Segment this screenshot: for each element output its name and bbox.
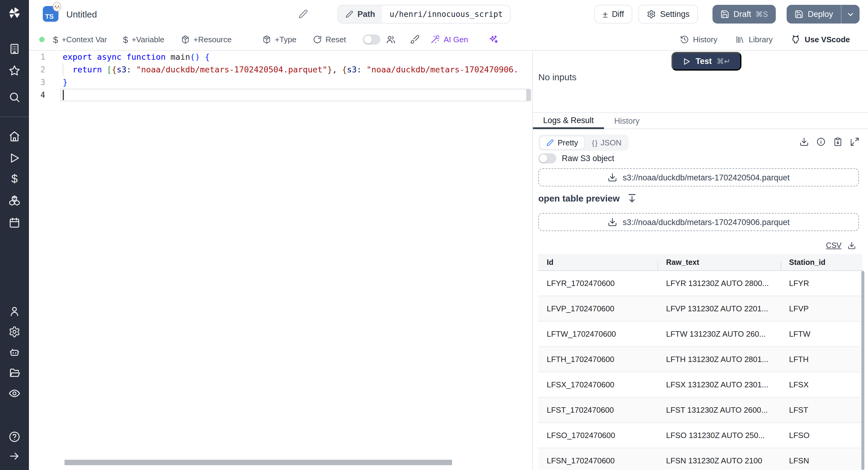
tab-logs-result[interactable]: Logs & Result xyxy=(533,113,604,129)
table-row[interactable]: LFSX_1702470600LFSX 131230Z AUTO 2301...… xyxy=(538,372,863,398)
workers-robot-icon[interactable] xyxy=(8,346,21,358)
info-icon[interactable] xyxy=(816,137,826,147)
table-cell: LFST 131230Z AUTO 2600... xyxy=(658,406,781,414)
table-row[interactable]: LFSN_1702470600LFSN 131230Z AUTO 2100LFS… xyxy=(538,448,863,470)
pretty-view-button[interactable]: Pretty xyxy=(539,136,585,150)
result-tabs: Logs & Result History xyxy=(533,113,868,129)
vscode-cat-icon xyxy=(791,34,801,44)
csv-download-icon[interactable] xyxy=(847,241,856,250)
deploy-dropdown-button[interactable] xyxy=(841,5,860,24)
table-cell: LFVP 131230Z AUTO 2201... xyxy=(658,304,781,313)
table-cell: LFSX xyxy=(781,380,863,389)
add-context-var-button[interactable]: $ +Context Var xyxy=(53,28,107,50)
ai-gen-button[interactable]: AI Gen xyxy=(430,28,468,50)
table-body: LFYR_1702470600LFYR 131230Z AUTO 2800...… xyxy=(538,270,863,470)
variables-dollar-icon[interactable]: $ xyxy=(8,173,21,185)
collab-toggle[interactable] xyxy=(363,34,380,45)
table-row[interactable]: LFST_1702470600LFST 131230Z AUTO 2600...… xyxy=(538,398,863,423)
open-table-preview-link[interactable]: open table preview xyxy=(538,193,637,203)
folders-icon[interactable] xyxy=(8,367,21,379)
code-line[interactable] xyxy=(63,89,518,101)
line-number-gutter: 1234 xyxy=(29,51,53,101)
table-header: Id Raw_text Station_id xyxy=(538,254,863,270)
use-vscode-button[interactable]: Use VScode xyxy=(791,34,850,44)
raw-s3-toggle[interactable] xyxy=(538,153,556,164)
editor-toolbar: $ +Context Var $ +Variable +Resource +Ty… xyxy=(29,28,868,51)
diff-button[interactable]: ± Diff xyxy=(594,5,632,24)
result-actions xyxy=(799,137,860,147)
result-view-switch: Pretty { } JSON xyxy=(538,135,629,151)
deploy-button[interactable]: Deploy xyxy=(786,5,841,24)
csv-link[interactable]: CSV xyxy=(826,241,841,250)
typescript-file-badge: TS xyxy=(43,6,59,22)
status-dot xyxy=(39,37,44,42)
raw-s3-label: Raw S3 object xyxy=(562,154,614,163)
table-cell: LFSO xyxy=(781,431,863,440)
s3-file-download-button-2[interactable]: s3://noaa/duckdb/metars-1702470906.parqu… xyxy=(538,213,859,231)
json-view-button[interactable]: { } JSON xyxy=(586,136,627,150)
help-icon[interactable] xyxy=(8,431,21,443)
home-icon[interactable] xyxy=(8,130,21,142)
reset-button[interactable]: Reset xyxy=(313,28,346,50)
script-path-field[interactable]: Path u/henri/innocuous_script xyxy=(338,5,510,24)
page-title: Untitled xyxy=(66,9,97,19)
editor-horizontal-scrollbar[interactable] xyxy=(64,460,452,465)
download-result-icon[interactable] xyxy=(799,137,809,147)
add-type-button[interactable]: +Type xyxy=(262,28,297,50)
table-vertical-scrollbar[interactable] xyxy=(861,271,864,470)
format-brush-icon[interactable] xyxy=(410,28,420,50)
collab-users-icon[interactable] xyxy=(386,28,396,50)
add-resource-button[interactable]: +Resource xyxy=(181,28,231,50)
deploy-split-button: Deploy xyxy=(786,5,860,24)
code-line[interactable]: return [{s3: "noaa/duckdb/metars-1702420… xyxy=(63,63,518,76)
expand-arrow-icon[interactable] xyxy=(8,450,21,462)
settings-gear-icon[interactable] xyxy=(8,326,21,338)
ai-sparkles-icon[interactable] xyxy=(488,28,498,50)
test-button[interactable]: Test ⌘↵ xyxy=(672,52,741,70)
pen-line-icon xyxy=(546,139,554,147)
table-row[interactable]: LFVP_1702470600LFVP 131230Z AUTO 2201...… xyxy=(538,296,863,322)
tab-history[interactable]: History xyxy=(604,113,650,129)
library-button[interactable]: Library xyxy=(735,35,773,44)
table-cell: LFTH 131230Z AUTO 2801... xyxy=(658,355,781,364)
table-cell: LFTW xyxy=(781,329,863,339)
edit-summary-pencil-icon[interactable] xyxy=(299,9,308,19)
runs-play-icon[interactable] xyxy=(8,152,21,164)
test-shortcut: ⌘↵ xyxy=(717,57,731,66)
expand-icon[interactable] xyxy=(850,137,860,147)
table-row[interactable]: LFYR_1702470600LFYR 131230Z AUTO 2800...… xyxy=(538,271,863,296)
windmill-logo-icon[interactable] xyxy=(7,6,22,21)
table-cell: LFTW_1702470600 xyxy=(538,329,658,339)
column-header-station-id: Station_id xyxy=(781,258,863,266)
code-line[interactable]: } xyxy=(63,76,518,89)
history-button[interactable]: History xyxy=(680,35,717,44)
table-cell: LFSO 131230Z AUTO 250... xyxy=(658,431,781,440)
settings-button[interactable]: Settings xyxy=(638,5,698,24)
overview-ruler-marker xyxy=(526,89,531,101)
table-cell: LFSX_1702470600 xyxy=(538,380,658,389)
table-row[interactable]: LFTW_1702470600LFTW 131230Z AUTO 260...L… xyxy=(538,322,863,347)
download-icon xyxy=(608,217,617,227)
building-icon[interactable] xyxy=(8,43,21,55)
draft-button[interactable]: Draft ⌘S xyxy=(712,5,776,24)
search-icon[interactable] xyxy=(8,91,21,103)
code-line[interactable]: export async function main() { xyxy=(63,51,518,63)
ts-badge-label: TS xyxy=(45,13,54,20)
table-row[interactable]: LFSO_1702470600LFSO 131230Z AUTO 250...L… xyxy=(538,423,863,448)
copy-clipboard-icon[interactable] xyxy=(833,137,843,147)
path-label: Path xyxy=(338,5,382,23)
favorites-star-icon[interactable] xyxy=(8,64,21,77)
s3-file-download-button-1[interactable]: s3://noaa/duckdb/metars-1702420504.parqu… xyxy=(538,168,859,186)
resources-boxes-icon[interactable] xyxy=(8,195,21,207)
path-value[interactable]: u/henri/innocuous_script xyxy=(382,5,510,23)
audit-eye-icon[interactable] xyxy=(8,387,21,400)
table-row[interactable]: LFTH_1702470600LFTH 131230Z AUTO 2801...… xyxy=(538,347,863,372)
path-pencil-icon xyxy=(345,10,353,18)
users-person-icon[interactable] xyxy=(8,305,21,317)
add-variable-button[interactable]: $ +Variable xyxy=(123,28,164,50)
dollar-icon: $ xyxy=(123,34,128,45)
schedules-calendar-icon[interactable] xyxy=(8,216,21,229)
chevron-down-icon xyxy=(846,10,855,19)
code-editor[interactable]: 1234 export async function main() { retu… xyxy=(29,51,533,470)
table-cell: LFST xyxy=(781,406,863,414)
